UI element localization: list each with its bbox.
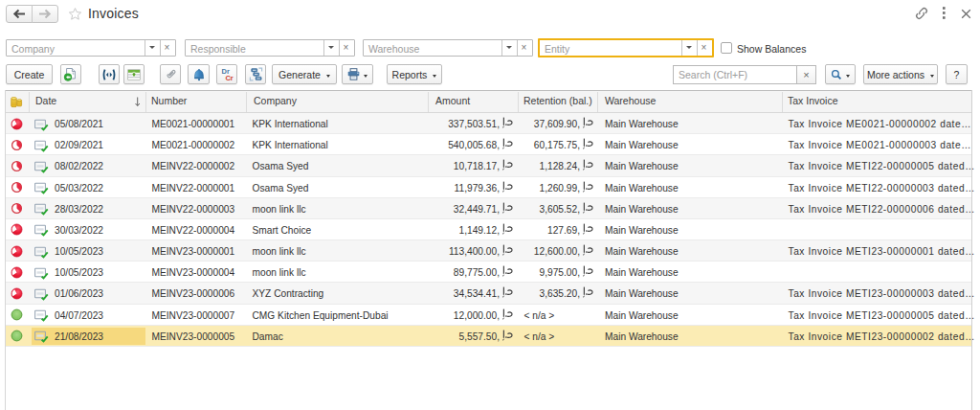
svg-text:Cr: Cr bbox=[225, 74, 233, 82]
